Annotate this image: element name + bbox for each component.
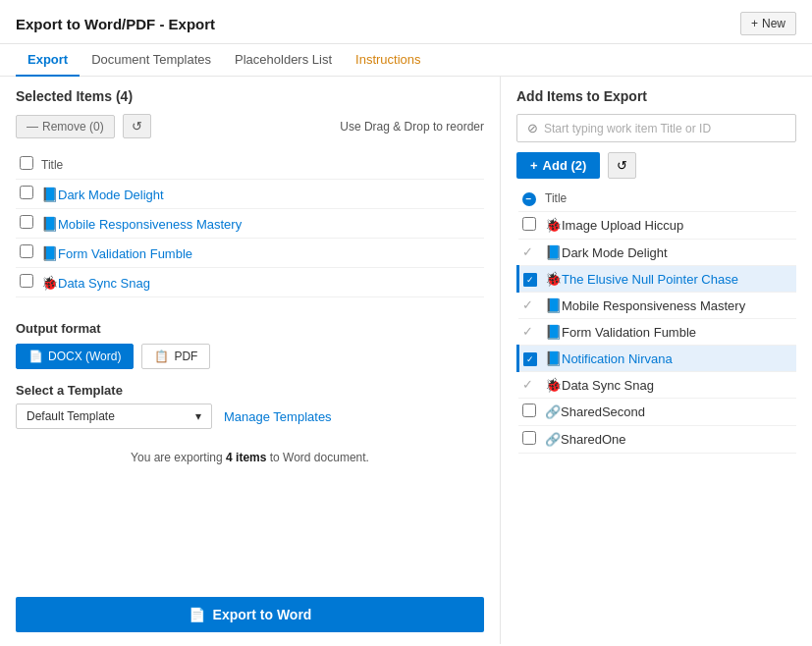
minus-dash-icon: — <box>27 120 38 134</box>
book-icon: 📘 <box>41 187 58 202</box>
output-format-label: Output format <box>16 321 484 336</box>
new-button-label: New <box>762 17 785 30</box>
item-title-link-3[interactable]: Form Validation Fumble <box>58 246 192 261</box>
refresh-icon-left: ↺ <box>132 119 142 134</box>
book-icon: 📘 <box>41 216 58 232</box>
add-row: + Add (2) ↺ <box>516 152 796 179</box>
export-icon: 📄 <box>189 607 205 622</box>
toolbar-row: — Remove (0) ↺ Use Drag & Drop to reorde… <box>16 114 484 138</box>
item-title-link-1[interactable]: Dark Mode Delight <box>58 188 164 202</box>
right-item-title-2: Dark Mode Delight <box>562 245 668 260</box>
check-grey-icon: ✓ <box>522 324 533 339</box>
book-icon: 📘 <box>545 244 562 260</box>
plus-icon: + <box>751 17 758 30</box>
selected-items-table: Title 📘Dark Mode Delight 📘Mobile Respons… <box>16 150 484 297</box>
table-row: 🐞Image Upload Hiccup <box>518 211 797 239</box>
template-row: Default Template ▾ Manage Templates <box>16 404 484 429</box>
remove-button[interactable]: — Remove (0) <box>16 115 115 138</box>
shared-icon: 🔗 <box>545 432 561 447</box>
right-title-column-header: Title <box>541 187 796 211</box>
template-label: Select a Template <box>16 383 484 398</box>
title-column-header: Title <box>37 150 484 180</box>
search-placeholder: Start typing work item Title or ID <box>544 122 711 135</box>
title-bar: Export to Word/PDF - Export + New <box>0 0 812 44</box>
right-item-title-7: Data Sync Snag <box>562 378 654 393</box>
main-layout: Selected Items (4) — Remove (0) ↺ Use Dr… <box>0 77 812 644</box>
selected-items-title: Selected Items (4) <box>16 88 484 104</box>
right-item-title-8: SharedSecond <box>561 404 645 419</box>
filter-icon: ⊘ <box>527 121 538 135</box>
remove-button-label: Remove (0) <box>42 120 104 134</box>
add-items-table: − Title 🐞Image Upload Hiccup ✓ 📘Dark Mod… <box>516 187 796 454</box>
pdf-button[interactable]: 📋 PDF <box>141 344 210 369</box>
table-row: ✓ 📘Dark Mode Delight <box>518 239 797 265</box>
right-item-title-3: The Elusive Null Pointer Chase <box>562 272 738 287</box>
minus-circle-icon: − <box>522 192 536 206</box>
bug-icon: 🐞 <box>41 275 58 291</box>
tab-export[interactable]: Export <box>16 44 80 77</box>
book-icon: 📘 <box>545 350 562 366</box>
tab-document-templates[interactable]: Document Templates <box>80 44 223 77</box>
add-button[interactable]: + Add (2) <box>516 152 600 179</box>
docx-button[interactable]: 📄 DOCX (Word) <box>16 344 134 369</box>
tab-instructions[interactable]: Instructions <box>344 44 432 77</box>
export-count: 4 items <box>226 451 266 464</box>
right-item-title-9: SharedOne <box>561 432 626 447</box>
export-button-label: Export to Word <box>213 607 312 622</box>
pdf-icon: 📋 <box>154 350 169 363</box>
output-format-section: Output format 📄 DOCX (Word) 📋 PDF <box>16 321 484 383</box>
table-row: ✓ 🐞The Elusive Null Pointer Chase <box>518 265 797 292</box>
add-button-label: Add (2) <box>543 158 587 173</box>
item-title-link-4[interactable]: Data Sync Snag <box>58 276 150 291</box>
refresh-button-right[interactable]: ↺ <box>608 152 636 179</box>
table-row: ✓ 🐞Data Sync Snag <box>518 371 797 398</box>
right-checkbox-9[interactable] <box>522 431 536 445</box>
table-row: 🔗SharedOne <box>518 425 797 453</box>
template-select[interactable]: Default Template ▾ <box>16 404 212 429</box>
bug-icon: 🐞 <box>545 217 562 233</box>
check-grey-icon: ✓ <box>522 297 533 312</box>
item-checkbox-1[interactable] <box>20 186 33 199</box>
item-checkbox-4[interactable] <box>20 274 33 288</box>
book-icon: 📘 <box>545 297 562 313</box>
book-icon: 📘 <box>545 324 562 340</box>
left-panel: Selected Items (4) — Remove (0) ↺ Use Dr… <box>0 77 501 644</box>
right-item-title-6: Notification Nirvana <box>562 351 673 366</box>
template-value: Default Template <box>27 409 115 423</box>
shared-icon: 🔗 <box>545 404 561 419</box>
bug-icon: 🐞 <box>545 377 562 393</box>
item-checkbox-3[interactable] <box>20 244 33 258</box>
refresh-button-left[interactable]: ↺ <box>123 114 151 138</box>
tabs-bar: Export Document Templates Placeholders L… <box>0 44 812 77</box>
pdf-label: PDF <box>174 350 197 363</box>
right-item-title-1: Image Upload Hiccup <box>562 218 683 233</box>
check-grey-icon: ✓ <box>522 377 533 392</box>
table-row: ✓ 📘Notification Nirvana <box>518 345 797 371</box>
right-checkbox-1[interactable] <box>522 217 536 231</box>
check-blue-box-icon: ✓ <box>523 352 537 366</box>
item-checkbox-2[interactable] <box>20 215 33 229</box>
check-blue-box-icon: ✓ <box>523 273 537 287</box>
table-row: ✓ 📘Form Validation Fumble <box>518 318 797 345</box>
item-title-link-2[interactable]: Mobile Responsiveness Mastery <box>58 217 242 232</box>
select-all-checkbox[interactable] <box>20 156 33 170</box>
right-panel: Add Items to Export ⊘ Start typing work … <box>501 77 812 644</box>
add-items-title: Add Items to Export <box>516 88 796 104</box>
tab-placeholders-list[interactable]: Placeholders List <box>223 44 344 77</box>
new-button[interactable]: + New <box>740 12 796 35</box>
format-buttons: 📄 DOCX (Word) 📋 PDF <box>16 344 484 369</box>
table-row: 🔗SharedSecond <box>518 398 797 425</box>
search-box[interactable]: ⊘ Start typing work item Title or ID <box>516 114 796 142</box>
table-row: 📘Dark Mode Delight <box>16 180 484 209</box>
book-icon: 📘 <box>41 245 58 261</box>
plus-icon-add: + <box>530 158 538 173</box>
table-row: 📘Form Validation Fumble <box>16 239 484 268</box>
export-to-word-button[interactable]: 📄 Export to Word <box>16 597 484 632</box>
manage-templates-link[interactable]: Manage Templates <box>224 409 332 424</box>
export-info: You are exporting 4 items to Word docume… <box>16 451 484 464</box>
right-checkbox-8[interactable] <box>522 404 536 417</box>
refresh-icon-right: ↺ <box>617 158 627 173</box>
docx-label: DOCX (Word) <box>48 350 121 363</box>
check-grey-icon: ✓ <box>522 244 533 259</box>
drag-hint: Use Drag & Drop to reorder <box>340 120 484 134</box>
